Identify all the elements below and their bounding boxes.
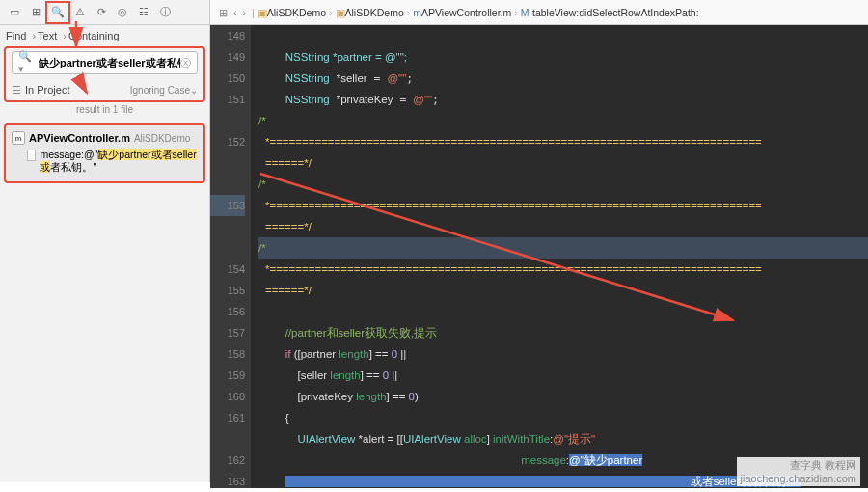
forward-icon[interactable]: › bbox=[243, 7, 247, 18]
breadcrumb[interactable]: -tableView:didSelectRowAtIndexPath: bbox=[529, 7, 698, 18]
debug-icon[interactable]: ☷ bbox=[133, 3, 154, 22]
search-input[interactable] bbox=[39, 57, 180, 68]
folder-icon: ▣ bbox=[336, 7, 345, 18]
grid-icon[interactable]: ⊞ bbox=[219, 7, 228, 18]
result-count: result in 1 file bbox=[0, 102, 209, 120]
objc-file-icon: m bbox=[413, 7, 421, 18]
folder-icon: ▣ bbox=[258, 7, 267, 18]
find-mode-bar: Find› Text› Containing bbox=[0, 25, 209, 46]
chevron-right-icon: › bbox=[32, 30, 36, 41]
line-gutter: 148149150151 152 153 1541551561571581591… bbox=[210, 25, 251, 488]
file-name: APViewController.m bbox=[29, 132, 130, 144]
back-icon[interactable]: ‹ bbox=[233, 7, 237, 18]
ignoring-case-label[interactable]: Ignoring Case bbox=[130, 85, 190, 96]
grid-icon[interactable]: ⊞ bbox=[25, 3, 46, 22]
editor-topbar: ⊞ ‹ › | ▣ AliSDKDemo› ▣ AliSDKDemo› m AP… bbox=[210, 0, 868, 25]
breadcrumb[interactable]: AliSDKDemo bbox=[345, 7, 404, 18]
chevron-right-icon: › bbox=[63, 30, 67, 41]
result-match-row[interactable]: message:@"缺少partner或者seller或者私钥。" bbox=[8, 147, 202, 176]
method-icon: M bbox=[521, 7, 529, 18]
code-comment: //partner和seller获取失败,提示 bbox=[285, 327, 438, 339]
breadcrumb[interactable]: APViewController.m bbox=[421, 7, 511, 18]
find-label[interactable]: Find bbox=[6, 30, 26, 41]
search-icon[interactable]: 🔍 bbox=[47, 3, 68, 22]
code-editor[interactable]: NSString *partner = @""; NSString *selle… bbox=[251, 25, 868, 488]
objc-file-icon: m bbox=[12, 131, 25, 145]
info-icon[interactable]: ⓘ bbox=[154, 3, 176, 22]
text-icon bbox=[27, 150, 36, 161]
sidebar-panel: ▭ ⊞ 🔍 ⚠ ⟳ ◎ ☷ ⓘ Find› Text› Containing 🔍… bbox=[0, 0, 210, 482]
watermark: 查字典 教程网 jiaocheng.chazidian.com bbox=[737, 457, 860, 486]
warn-icon[interactable]: ⚠ bbox=[69, 3, 91, 22]
editor-pane: ⊞ ‹ › | ▣ AliSDKDemo› ▣ AliSDKDemo› m AP… bbox=[210, 0, 868, 482]
project-name: AliSDKDemo bbox=[134, 133, 190, 144]
folder-icon[interactable]: ▭ bbox=[4, 3, 25, 22]
search-highlight-box: 🔍▾ ⓧ ☰ In Project Ignoring Case⌄ bbox=[4, 46, 205, 102]
target-icon[interactable]: ◎ bbox=[112, 3, 133, 22]
text-label[interactable]: Text bbox=[38, 30, 57, 41]
code-line: NSString *partner = @""; bbox=[285, 51, 407, 63]
chevron-down-icon: ⌄ bbox=[190, 85, 198, 96]
scope-icon: ☰ bbox=[12, 84, 21, 96]
clear-icon[interactable]: ⓧ bbox=[180, 56, 191, 70]
containing-label[interactable]: Containing bbox=[68, 30, 120, 41]
match-text: message:@"缺少partner或者seller或者私钥。" bbox=[40, 149, 198, 174]
refresh-icon[interactable]: ⟳ bbox=[91, 3, 112, 22]
result-box: m APViewController.m AliSDKDemo message:… bbox=[4, 123, 205, 183]
search-scope: ☰ In Project Ignoring Case⌄ bbox=[6, 79, 203, 100]
search-glyph-icon: 🔍▾ bbox=[18, 50, 35, 75]
scope-label[interactable]: In Project bbox=[25, 84, 69, 96]
search-row: 🔍▾ ⓧ bbox=[12, 51, 198, 74]
result-file-row[interactable]: m APViewController.m AliSDKDemo bbox=[8, 129, 202, 147]
breadcrumb[interactable]: AliSDKDemo bbox=[267, 7, 326, 18]
sidebar-toolbar: ▭ ⊞ 🔍 ⚠ ⟳ ◎ ☷ ⓘ bbox=[0, 0, 209, 25]
